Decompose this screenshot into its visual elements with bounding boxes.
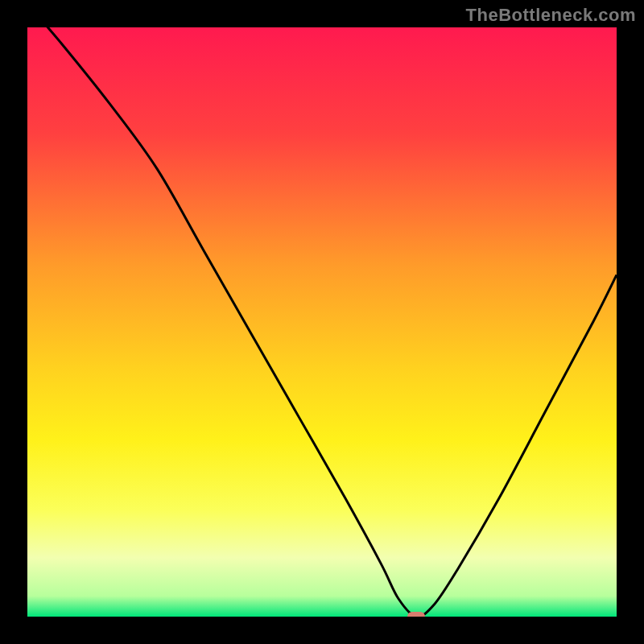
bottleneck-curve bbox=[27, 27, 617, 617]
watermark-text: TheBottleneck.com bbox=[466, 5, 636, 26]
optimum-marker bbox=[407, 612, 425, 617]
chart-frame: TheBottleneck.com bbox=[0, 0, 644, 644]
plot-area bbox=[27, 27, 617, 617]
